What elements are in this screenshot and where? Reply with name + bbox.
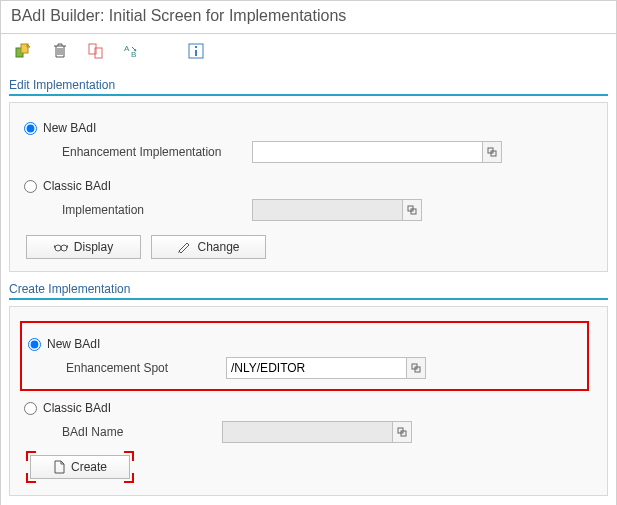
create-button[interactable]: Create	[30, 455, 130, 479]
impl-f4-icon[interactable]	[402, 199, 422, 221]
highlight-box: New BAdI Enhancement Spot	[20, 321, 589, 391]
edit-classic-badi-radio[interactable]	[24, 180, 37, 193]
create-button-highlight: Create	[26, 451, 134, 483]
pencil-icon	[177, 241, 191, 253]
delete-icon[interactable]	[51, 42, 69, 60]
change-button-label: Change	[197, 240, 239, 254]
create-button-label: Create	[71, 460, 107, 474]
enh-impl-f4-icon[interactable]	[482, 141, 502, 163]
impl-label: Implementation	[62, 203, 252, 217]
glasses-icon	[54, 241, 68, 253]
enh-impl-label: Enhancement Implementation	[62, 145, 252, 159]
enh-spot-f4-icon[interactable]	[406, 357, 426, 379]
enh-spot-input[interactable]	[226, 357, 406, 379]
edit-section-header: Edit Implementation	[9, 78, 608, 96]
svg-point-14	[61, 245, 67, 251]
svg-rect-8	[195, 50, 197, 56]
copy-icon[interactable]	[87, 42, 105, 60]
svg-text:A: A	[124, 44, 130, 53]
svg-text:B: B	[131, 50, 136, 59]
change-button[interactable]: Change	[151, 235, 266, 259]
svg-rect-7	[195, 46, 197, 48]
impl-input	[252, 199, 402, 221]
edit-section: Edit Implementation New BAdI Enhancement…	[9, 78, 608, 272]
create-new-badi-label: New BAdI	[47, 337, 100, 351]
badi-name-label: BAdI Name	[62, 425, 222, 439]
enh-spot-label: Enhancement Spot	[66, 361, 226, 375]
display-button[interactable]: Display	[26, 235, 141, 259]
info-icon[interactable]	[187, 42, 205, 60]
create-classic-badi-radio[interactable]	[24, 402, 37, 415]
edit-new-badi-label: New BAdI	[43, 121, 96, 135]
create-section: Create Implementation New BAdI Enhanceme…	[9, 282, 608, 496]
edit-classic-badi-label: Classic BAdI	[43, 179, 111, 193]
enh-impl-input[interactable]	[252, 141, 482, 163]
document-icon	[53, 460, 65, 474]
rename-icon[interactable]: A B	[123, 42, 141, 60]
other-object-icon[interactable]	[15, 42, 33, 60]
create-new-badi-radio[interactable]	[28, 338, 41, 351]
edit-new-badi-radio[interactable]	[24, 122, 37, 135]
create-classic-badi-label: Classic BAdI	[43, 401, 111, 415]
badi-name-input	[222, 421, 392, 443]
svg-point-13	[55, 245, 61, 251]
page-title: BAdI Builder: Initial Screen for Impleme…	[1, 1, 616, 34]
display-button-label: Display	[74, 240, 113, 254]
badi-name-f4-icon[interactable]	[392, 421, 412, 443]
create-section-header: Create Implementation	[9, 282, 608, 300]
toolbar: A B	[1, 34, 616, 68]
